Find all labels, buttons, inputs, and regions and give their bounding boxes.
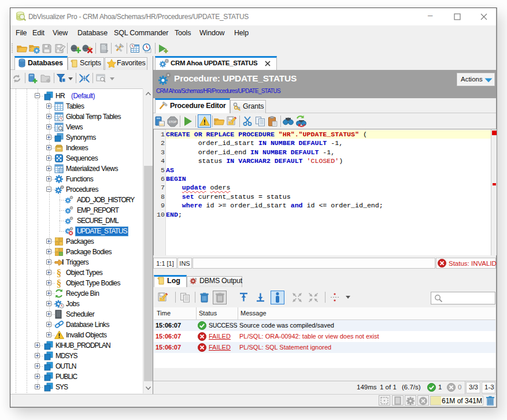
- svg-text:§: §: [57, 278, 62, 288]
- svg-text:§: §: [57, 268, 62, 277]
- svg-text:STOP: STOP: [168, 120, 177, 124]
